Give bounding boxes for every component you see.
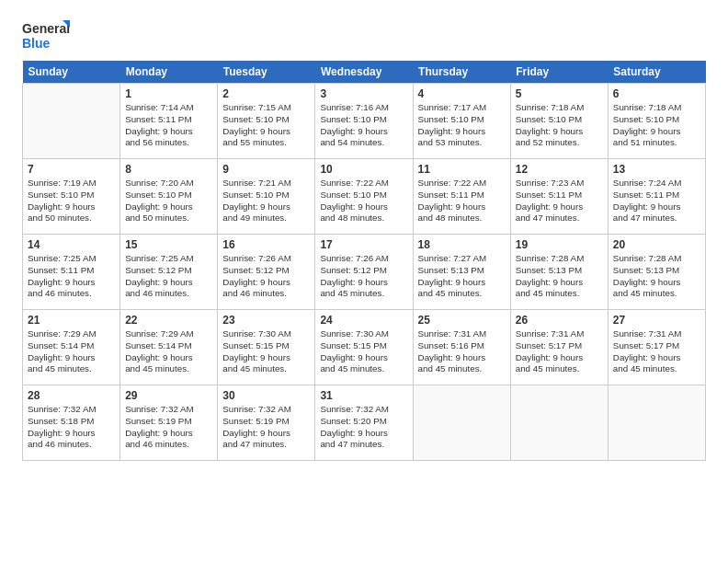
date-number: 4 [418, 86, 506, 101]
cell-info: Sunrise: 7:32 AM Sunset: 5:20 PM Dayligh… [320, 404, 407, 451]
date-number: 26 [516, 313, 603, 327]
date-number: 3 [320, 86, 407, 101]
calendar-cell: 21Sunrise: 7:29 AM Sunset: 5:14 PM Dayli… [23, 310, 120, 385]
cell-info: Sunrise: 7:30 AM Sunset: 5:15 PM Dayligh… [222, 328, 310, 375]
calendar-cell: 30Sunrise: 7:32 AM Sunset: 5:19 PM Dayli… [218, 385, 315, 461]
cell-info: Sunrise: 7:29 AM Sunset: 5:14 PM Dayligh… [28, 328, 115, 375]
cell-info: Sunrise: 7:26 AM Sunset: 5:12 PM Dayligh… [222, 253, 310, 300]
day-header-row: SundayMondayTuesdayWednesdayThursdayFrid… [23, 61, 706, 84]
calendar-cell: 7Sunrise: 7:19 AM Sunset: 5:10 PM Daylig… [23, 159, 120, 235]
calendar-cell: 17Sunrise: 7:26 AM Sunset: 5:12 PM Dayli… [315, 235, 413, 310]
logo: General Blue [22, 18, 70, 53]
cell-info: Sunrise: 7:22 AM Sunset: 5:10 PM Dayligh… [320, 178, 407, 224]
date-number: 20 [613, 237, 700, 252]
cell-info: Sunrise: 7:18 AM Sunset: 5:10 PM Dayligh… [516, 102, 603, 149]
cell-info: Sunrise: 7:31 AM Sunset: 5:16 PM Dayligh… [418, 328, 506, 375]
day-header-monday: Monday [120, 61, 218, 84]
calendar-cell: 14Sunrise: 7:25 AM Sunset: 5:11 PM Dayli… [23, 235, 120, 310]
logo-svg: General Blue [22, 18, 70, 53]
cell-info: Sunrise: 7:29 AM Sunset: 5:14 PM Dayligh… [125, 328, 212, 375]
day-header-friday: Friday [510, 61, 608, 84]
calendar-cell: 12Sunrise: 7:23 AM Sunset: 5:11 PM Dayli… [510, 159, 608, 235]
svg-text:Blue: Blue [22, 36, 51, 51]
date-number: 5 [516, 86, 603, 101]
cell-info: Sunrise: 7:32 AM Sunset: 5:19 PM Dayligh… [125, 404, 212, 451]
calendar-cell [23, 84, 120, 159]
date-number: 16 [222, 237, 310, 252]
calendar-cell [510, 385, 608, 461]
calendar-cell: 15Sunrise: 7:25 AM Sunset: 5:12 PM Dayli… [120, 235, 218, 310]
day-header-saturday: Saturday [608, 61, 705, 84]
cell-info: Sunrise: 7:21 AM Sunset: 5:10 PM Dayligh… [222, 178, 310, 224]
date-number: 2 [222, 86, 310, 101]
calendar-cell: 8Sunrise: 7:20 AM Sunset: 5:10 PM Daylig… [120, 159, 218, 235]
date-number: 12 [516, 162, 603, 177]
calendar-cell: 6Sunrise: 7:18 AM Sunset: 5:10 PM Daylig… [608, 84, 705, 159]
cell-info: Sunrise: 7:32 AM Sunset: 5:18 PM Dayligh… [28, 404, 115, 451]
week-row-1: 1Sunrise: 7:14 AM Sunset: 5:11 PM Daylig… [23, 84, 706, 159]
calendar-cell: 24Sunrise: 7:30 AM Sunset: 5:15 PM Dayli… [315, 310, 413, 385]
cell-info: Sunrise: 7:20 AM Sunset: 5:10 PM Dayligh… [125, 178, 212, 224]
page: General Blue SundayMondayTuesdayWednesda… [0, 0, 728, 563]
cell-info: Sunrise: 7:18 AM Sunset: 5:10 PM Dayligh… [613, 102, 700, 149]
date-number: 22 [125, 313, 212, 327]
cell-info: Sunrise: 7:25 AM Sunset: 5:12 PM Dayligh… [125, 253, 212, 300]
calendar-cell: 5Sunrise: 7:18 AM Sunset: 5:10 PM Daylig… [510, 84, 608, 159]
calendar-cell: 16Sunrise: 7:26 AM Sunset: 5:12 PM Dayli… [218, 235, 315, 310]
cell-info: Sunrise: 7:30 AM Sunset: 5:15 PM Dayligh… [320, 328, 407, 375]
cell-info: Sunrise: 7:31 AM Sunset: 5:17 PM Dayligh… [613, 328, 700, 375]
date-number: 27 [613, 313, 700, 327]
date-number: 6 [613, 86, 700, 101]
cell-info: Sunrise: 7:24 AM Sunset: 5:11 PM Dayligh… [613, 178, 700, 224]
week-row-2: 7Sunrise: 7:19 AM Sunset: 5:10 PM Daylig… [23, 159, 706, 235]
calendar-cell: 29Sunrise: 7:32 AM Sunset: 5:19 PM Dayli… [120, 385, 218, 461]
cell-info: Sunrise: 7:32 AM Sunset: 5:19 PM Dayligh… [222, 404, 310, 451]
cell-info: Sunrise: 7:22 AM Sunset: 5:11 PM Dayligh… [418, 178, 506, 224]
calendar-cell: 3Sunrise: 7:16 AM Sunset: 5:10 PM Daylig… [315, 84, 413, 159]
svg-text:General: General [22, 21, 70, 36]
week-row-3: 14Sunrise: 7:25 AM Sunset: 5:11 PM Dayli… [23, 235, 706, 310]
cell-info: Sunrise: 7:28 AM Sunset: 5:13 PM Dayligh… [613, 253, 700, 300]
calendar-cell: 9Sunrise: 7:21 AM Sunset: 5:10 PM Daylig… [218, 159, 315, 235]
date-number: 31 [320, 388, 407, 403]
calendar-cell: 1Sunrise: 7:14 AM Sunset: 5:11 PM Daylig… [120, 84, 218, 159]
cell-info: Sunrise: 7:16 AM Sunset: 5:10 PM Dayligh… [320, 102, 407, 149]
date-number: 8 [125, 162, 212, 177]
calendar-cell [413, 385, 510, 461]
calendar-cell: 2Sunrise: 7:15 AM Sunset: 5:10 PM Daylig… [218, 84, 315, 159]
calendar-cell: 26Sunrise: 7:31 AM Sunset: 5:17 PM Dayli… [510, 310, 608, 385]
calendar-cell: 18Sunrise: 7:27 AM Sunset: 5:13 PM Dayli… [413, 235, 510, 310]
calendar-cell: 13Sunrise: 7:24 AM Sunset: 5:11 PM Dayli… [608, 159, 705, 235]
cell-info: Sunrise: 7:23 AM Sunset: 5:11 PM Dayligh… [516, 178, 603, 224]
date-number: 10 [320, 162, 407, 177]
date-number: 17 [320, 237, 407, 252]
date-number: 30 [222, 388, 310, 403]
calendar-cell: 31Sunrise: 7:32 AM Sunset: 5:20 PM Dayli… [315, 385, 413, 461]
date-number: 15 [125, 237, 212, 252]
date-number: 13 [613, 162, 700, 177]
date-number: 1 [125, 86, 212, 101]
date-number: 11 [418, 162, 506, 177]
cell-info: Sunrise: 7:31 AM Sunset: 5:17 PM Dayligh… [516, 328, 603, 375]
calendar-cell [608, 385, 705, 461]
calendar-cell: 10Sunrise: 7:22 AM Sunset: 5:10 PM Dayli… [315, 159, 413, 235]
date-number: 28 [28, 388, 115, 403]
day-header-thursday: Thursday [413, 61, 510, 84]
calendar-cell: 27Sunrise: 7:31 AM Sunset: 5:17 PM Dayli… [608, 310, 705, 385]
date-number: 21 [28, 313, 115, 327]
calendar-table: SundayMondayTuesdayWednesdayThursdayFrid… [22, 61, 706, 461]
cell-info: Sunrise: 7:25 AM Sunset: 5:11 PM Dayligh… [28, 253, 115, 300]
calendar-cell: 20Sunrise: 7:28 AM Sunset: 5:13 PM Dayli… [608, 235, 705, 310]
cell-info: Sunrise: 7:19 AM Sunset: 5:10 PM Dayligh… [28, 178, 115, 224]
date-number: 23 [222, 313, 310, 327]
header: General Blue [22, 18, 706, 53]
date-number: 25 [418, 313, 506, 327]
calendar-cell: 11Sunrise: 7:22 AM Sunset: 5:11 PM Dayli… [413, 159, 510, 235]
date-number: 7 [28, 162, 115, 177]
day-header-tuesday: Tuesday [218, 61, 315, 84]
calendar-cell: 19Sunrise: 7:28 AM Sunset: 5:13 PM Dayli… [510, 235, 608, 310]
cell-info: Sunrise: 7:28 AM Sunset: 5:13 PM Dayligh… [516, 253, 603, 300]
week-row-5: 28Sunrise: 7:32 AM Sunset: 5:18 PM Dayli… [23, 385, 706, 461]
calendar-cell: 22Sunrise: 7:29 AM Sunset: 5:14 PM Dayli… [120, 310, 218, 385]
date-number: 18 [418, 237, 506, 252]
